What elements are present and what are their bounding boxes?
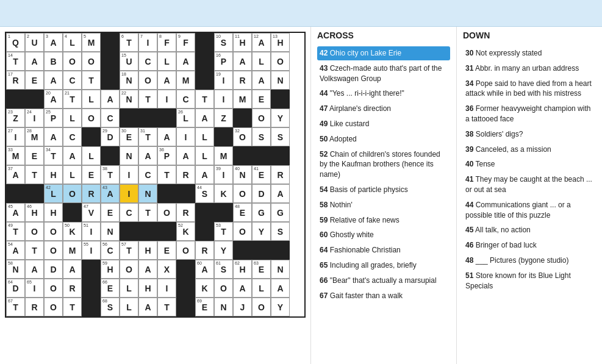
grid-cell[interactable]: N [214, 298, 233, 316]
grid-cell[interactable]: 10S [214, 33, 233, 52]
grid-cell[interactable]: E [157, 241, 176, 260]
grid-cell[interactable]: L [63, 165, 82, 184]
grid-cell[interactable]: O [252, 109, 271, 127]
across-clue-item[interactable]: 42 Ohio city on Lake Erie [317, 46, 450, 60]
grid-cell[interactable] [25, 184, 44, 203]
grid-cell[interactable]: N [271, 260, 290, 279]
grid-cell[interactable] [195, 222, 214, 241]
grid-cell[interactable]: A [252, 71, 271, 90]
grid-cell[interactable] [120, 109, 138, 127]
grid-cell[interactable]: 54A [6, 241, 25, 260]
grid-cell[interactable]: C [101, 109, 120, 127]
grid-cell[interactable]: L [252, 52, 271, 71]
grid-cell[interactable] [101, 52, 120, 71]
grid-cell[interactable]: 12A [252, 33, 271, 52]
grid-cell[interactable]: A [25, 52, 44, 71]
grid-cell[interactable]: 40N [233, 165, 252, 184]
grid-cell[interactable]: 30E [120, 127, 138, 146]
grid-cell[interactable]: A [176, 146, 195, 165]
grid-cell[interactable]: T [25, 165, 44, 184]
grid-cell[interactable]: 1Q [6, 33, 25, 52]
grid-cell[interactable]: O [138, 71, 157, 90]
grid-cell[interactable]: R [25, 298, 44, 316]
grid-cell[interactable]: L [82, 146, 101, 165]
grid-cell[interactable]: T [138, 203, 157, 222]
grid-cell[interactable]: 41E [252, 165, 271, 184]
grid-cell[interactable]: O [157, 203, 176, 222]
grid-cell[interactable]: 9F [176, 33, 195, 52]
grid-cell[interactable]: A [157, 127, 176, 146]
grid-cell[interactable]: E [82, 165, 101, 184]
grid-cell[interactable] [176, 298, 195, 316]
grid-cell[interactable]: 39I [214, 165, 233, 184]
across-clue-item[interactable]: 47 Airplane's direction [317, 102, 450, 116]
grid-cell[interactable]: L [120, 298, 138, 316]
grid-cell[interactable]: E [25, 146, 44, 165]
grid-cell[interactable]: 61S [214, 260, 233, 279]
grid-cell[interactable]: R [176, 203, 195, 222]
grid-cell[interactable]: L [195, 146, 214, 165]
grid-cell[interactable]: T [82, 71, 101, 90]
grid-cell[interactable]: S [271, 127, 290, 146]
grid-cell[interactable] [157, 184, 176, 203]
grid-cell[interactable]: R [271, 165, 290, 184]
grid-cell[interactable]: 18N [120, 71, 138, 90]
grid-cell[interactable]: O [233, 184, 252, 203]
grid-cell[interactable] [195, 71, 214, 90]
grid-cell[interactable]: L [63, 109, 82, 127]
grid-cell[interactable]: 45A [6, 203, 25, 222]
grid-cell[interactable]: 15U [120, 52, 138, 71]
grid-cell[interactable] [101, 33, 120, 52]
grid-cell[interactable]: R [176, 165, 195, 184]
grid-cell[interactable]: A [63, 260, 82, 279]
grid-cell[interactable] [252, 241, 271, 260]
grid-cell[interactable]: A [138, 298, 157, 316]
grid-cell[interactable]: N [138, 184, 157, 203]
grid-cell[interactable]: 24I [25, 109, 44, 127]
grid-cell[interactable]: 50K [63, 222, 82, 241]
grid-cell[interactable] [176, 260, 195, 279]
grid-cell[interactable]: 58N [6, 260, 25, 279]
grid-cell[interactable] [271, 90, 290, 109]
grid-cell[interactable] [271, 241, 290, 260]
grid-cell[interactable]: 38T [101, 165, 120, 184]
grid-cell[interactable]: 8F [157, 33, 176, 52]
grid-cell[interactable]: A [138, 260, 157, 279]
grid-cell[interactable]: A [44, 71, 63, 90]
grid-cell[interactable]: M [214, 146, 233, 165]
grid-cell[interactable]: R [82, 184, 101, 203]
grid-cell[interactable]: 34T [44, 146, 63, 165]
grid-cell[interactable]: Z [214, 109, 233, 127]
grid-cell[interactable]: T [157, 298, 176, 316]
grid-cell[interactable]: I [157, 279, 176, 298]
down-clue-item[interactable]: 51 Store known for its Blue Light Specia… [463, 269, 596, 293]
across-clue-item[interactable]: 59 Relative of fake news [317, 213, 450, 227]
grid-cell[interactable] [157, 109, 176, 127]
grid-cell[interactable] [25, 90, 44, 109]
grid-cell[interactable]: O [25, 222, 44, 241]
grid-cell[interactable]: 51I [82, 222, 101, 241]
grid-cell[interactable]: 3A [44, 33, 63, 52]
grid-cell[interactable] [82, 279, 101, 298]
across-clue-item[interactable]: 44 "Yes ... ri-i-i-ight there!" [317, 87, 450, 101]
grid-cell[interactable]: 43A [101, 184, 120, 203]
grid-cell[interactable] [101, 71, 120, 90]
grid-cell[interactable]: A [157, 71, 176, 90]
grid-cell[interactable] [82, 298, 101, 316]
down-clue-item[interactable]: 38 Soldiers' digs? [463, 127, 596, 141]
grid-cell[interactable]: 36P [157, 146, 176, 165]
grid-cell[interactable]: T [157, 165, 176, 184]
down-clue-item[interactable]: 36 Former heavyweight champion with a ta… [463, 102, 596, 126]
grid-cell[interactable]: O [44, 222, 63, 241]
grid-cell[interactable]: C [63, 71, 82, 90]
grid-cell[interactable]: 44S [195, 184, 214, 203]
grid-cell[interactable]: G [271, 203, 290, 222]
grid-cell[interactable]: 53T [214, 222, 233, 241]
grid-cell[interactable]: T [138, 90, 157, 109]
grid-cell[interactable]: T [25, 241, 44, 260]
grid-cell[interactable]: 2U [25, 33, 44, 52]
grid-cell[interactable] [157, 222, 176, 241]
grid-cell[interactable]: 7I [138, 33, 157, 52]
grid-cell[interactable] [6, 184, 25, 203]
grid-cell[interactable]: 5M [82, 33, 101, 52]
